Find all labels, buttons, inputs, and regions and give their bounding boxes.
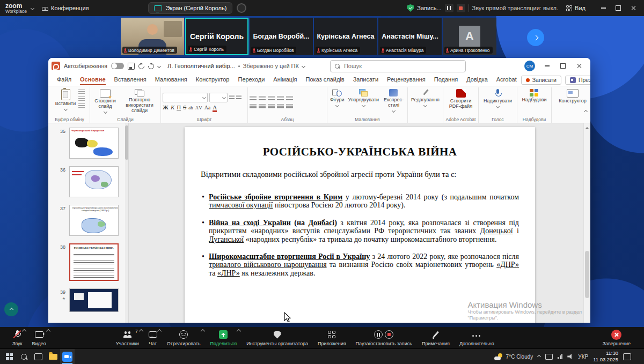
chevron-up-icon[interactable]: [139, 329, 143, 333]
columns-icon[interactable]: [286, 104, 293, 109]
stop-recording-icon[interactable]: [385, 330, 393, 339]
shapes-button[interactable]: Фігури: [329, 88, 346, 107]
account-avatar[interactable]: СМ: [524, 61, 535, 71]
end-meeting-button[interactable]: Завершение: [598, 327, 635, 349]
numbered-list-icon[interactable]: [259, 96, 266, 101]
autosave-toggle[interactable]: [111, 63, 124, 69]
taskbar-search-button[interactable]: [17, 349, 31, 364]
ppt-maximize-button[interactable]: [555, 58, 571, 74]
underline-button[interactable]: П: [177, 104, 181, 110]
more-button[interactable]: Дополнительно: [455, 327, 499, 349]
dictate-button[interactable]: Надиктувати: [482, 88, 513, 108]
designer-button[interactable]: Конструктор: [558, 88, 587, 105]
character-spacing-button[interactable]: АV: [195, 105, 202, 110]
chevron-down-icon[interactable]: [31, 6, 34, 10]
decrease-font-icon[interactable]: [236, 95, 241, 100]
tab-review[interactable]: Рецензування: [383, 75, 430, 85]
tab-help[interactable]: Довідка: [462, 75, 492, 85]
copy-icon[interactable]: [78, 96, 85, 102]
task-view-button[interactable]: [31, 349, 46, 364]
cut-icon[interactable]: [78, 90, 85, 95]
ppt-close-button[interactable]: [571, 58, 587, 74]
video-tile-kurinska[interactable]: Курінська Агнеса Курінська Агнеса: [314, 18, 377, 55]
chevron-up-icon[interactable]: [200, 329, 204, 333]
slide-thumbnail-36[interactable]: [69, 166, 119, 197]
host-tools-button[interactable]: Инструменты организатора: [241, 327, 313, 349]
chevron-up-icon[interactable]: [22, 329, 26, 333]
present-in-teams-button[interactable]: Презентувати в Teams: [565, 76, 590, 85]
maximize-button[interactable]: [611, 0, 626, 16]
next-participants-button[interactable]: [527, 29, 544, 46]
bullet-list-icon[interactable]: [250, 96, 257, 101]
record-button[interactable]: Записати: [521, 76, 561, 85]
increase-indent-icon[interactable]: [277, 96, 284, 101]
stop-recording-button[interactable]: [457, 4, 465, 12]
scrollbar-thumb[interactable]: [585, 251, 589, 298]
editing-button[interactable]: Редагування: [410, 88, 441, 107]
search-box[interactable]: [330, 60, 466, 72]
audio-button[interactable]: Звук: [8, 327, 27, 349]
pause-recording-button[interactable]: [445, 4, 453, 12]
view-button[interactable]: Вид: [562, 3, 589, 13]
pause-recording-icon[interactable]: [374, 330, 383, 339]
tab-transitions[interactable]: Переходи: [233, 75, 269, 85]
video-tile-volodymyr[interactable]: Володимир Дементов: [121, 18, 184, 55]
screen-share-tab[interactable]: Экран (Сергій Король): [148, 2, 232, 14]
video-tile-aryna[interactable]: A Арина Прокопенко: [443, 18, 496, 55]
align-center-icon[interactable]: [259, 104, 266, 109]
screen-tab-options-icon[interactable]: [237, 3, 246, 13]
create-pdf-button[interactable]: Створити PDF-файл: [445, 88, 477, 110]
tray-expand-icon[interactable]: [537, 354, 541, 358]
addins-button[interactable]: Надбудови: [521, 88, 548, 103]
chevron-up-icon[interactable]: [46, 329, 50, 333]
scrollbar-thumb[interactable]: [125, 125, 128, 160]
search-input[interactable]: [343, 62, 461, 70]
change-case-button[interactable]: Аа: [204, 105, 211, 110]
redo-icon[interactable]: [147, 62, 155, 70]
font-size-select[interactable]: [209, 93, 228, 102]
bold-button[interactable]: Ж: [163, 104, 169, 110]
zoom-app-button[interactable]: [60, 349, 75, 364]
save-icon[interactable]: [128, 63, 135, 70]
slide-thumbnail-39[interactable]: [69, 288, 119, 312]
minimize-button[interactable]: [596, 0, 611, 16]
tab-draw[interactable]: Малювання: [151, 75, 192, 85]
annotate-button[interactable]: Примечания: [417, 327, 455, 349]
meeting-tab[interactable]: Конференция: [38, 3, 92, 13]
increase-font-icon[interactable]: [229, 95, 235, 100]
tab-design[interactable]: Конструктор: [192, 75, 234, 85]
chevron-up-icon[interactable]: [157, 329, 162, 333]
thumbnail-scrollbar[interactable]: [125, 123, 128, 323]
security-shield-icon[interactable]: [407, 4, 414, 12]
align-left-icon[interactable]: [250, 104, 257, 109]
panel-toggle-button[interactable]: [4, 302, 18, 316]
apps-button[interactable]: Приложения: [313, 327, 351, 349]
italic-button[interactable]: К: [171, 104, 174, 110]
slide-thumbnail-37[interactable]: Організація Чорноморського економічного …: [69, 205, 119, 236]
reuse-slides-button[interactable]: Повторно використати слайди: [120, 88, 159, 114]
file-explorer-button[interactable]: [46, 349, 60, 364]
justify-icon[interactable]: [277, 104, 284, 109]
format-painter-icon[interactable]: [78, 103, 85, 109]
document-title[interactable]: Л. Геополітичний вибір... Збережено у це…: [167, 63, 305, 69]
paste-button[interactable]: Вставити: [54, 88, 77, 111]
align-right-icon[interactable]: [268, 104, 275, 109]
network-signal-icon[interactable]: [558, 354, 562, 359]
tab-insert[interactable]: Вставлення: [110, 75, 151, 85]
new-slide-button[interactable]: Створити слайд: [92, 88, 119, 114]
display-tray-icon[interactable]: [545, 354, 553, 360]
tab-acrobat[interactable]: Acrobat: [492, 75, 521, 85]
start-button[interactable]: [2, 349, 17, 364]
chat-button[interactable]: Чат: [144, 327, 162, 349]
scroll-up-arrow-icon[interactable]: [586, 125, 589, 129]
font-color-button[interactable]: А: [213, 104, 217, 112]
tab-file[interactable]: Файл: [53, 75, 76, 85]
ppt-minimize-button[interactable]: [539, 58, 555, 74]
close-button[interactable]: [626, 0, 641, 16]
weather-widget[interactable]: 7°C Cloudy: [494, 353, 533, 360]
quick-access-chevron-icon[interactable]: [157, 64, 161, 68]
slide-scrollbar[interactable]: [583, 123, 590, 323]
slide-canvas[interactable]: РОСІЙСЬКО-УКРАЇНСЬКА ВІЙНА Відкритими ск…: [185, 127, 535, 323]
strikethrough-button[interactable]: S: [183, 104, 186, 110]
tab-home[interactable]: Основне: [76, 75, 110, 85]
